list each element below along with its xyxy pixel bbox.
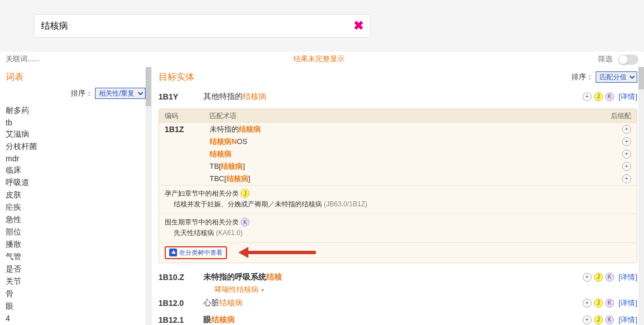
chevron-down-icon[interactable]: ▾ xyxy=(260,287,264,293)
result-row[interactable]: 1B12.0心脏结核病JK[详情] xyxy=(158,295,637,312)
panel-row[interactable]: TBC[结核病] xyxy=(159,173,637,185)
word-item[interactable]: 播散 xyxy=(6,238,146,251)
j-badge[interactable]: J xyxy=(594,273,603,282)
word-item[interactable]: 关节 xyxy=(6,276,146,288)
panel-term: 未特指的结核病 xyxy=(210,124,597,134)
filter-label: 筛选 xyxy=(598,55,613,63)
word-list-title: 词表 xyxy=(6,71,146,83)
word-item[interactable]: 眼 xyxy=(6,300,146,313)
word-item[interactable]: 分枝杆菌 xyxy=(6,141,146,153)
plus-icon[interactable] xyxy=(583,315,592,324)
col-code: 编码 xyxy=(165,111,210,121)
result-row[interactable]: 1B12.1眼结核病JK[详情] xyxy=(158,312,637,325)
entity-code: 1B1Y xyxy=(158,92,203,101)
panel-header: 编码匹配术语后组配 xyxy=(159,109,637,123)
entity-code: 1B10.Z xyxy=(158,273,203,282)
section-title: 孕产妇章节中的相关分类 J xyxy=(165,189,631,198)
search-input[interactable] xyxy=(41,21,353,31)
word-item[interactable]: 皮肤 xyxy=(6,189,146,201)
search-box[interactable]: ✖ xyxy=(34,14,371,38)
panel-post xyxy=(597,161,631,171)
sort-label-left: 排序： xyxy=(71,89,93,97)
filter-toggle[interactable] xyxy=(618,55,638,65)
word-item[interactable]: 疟疾 xyxy=(6,201,146,214)
plus-icon[interactable] xyxy=(622,125,631,134)
detail-link[interactable]: [详情] xyxy=(619,315,637,325)
k-badge[interactable]: K xyxy=(605,273,614,282)
term-text: 未特指的呼吸系统结核 xyxy=(203,272,583,282)
panel-term: 结核病 xyxy=(210,149,597,159)
detail-link[interactable]: [详情] xyxy=(619,92,637,102)
word-list: 耐多药tb艾滋病分枝杆菌mdr临床呼吸道皮肤疟疾急性部位播散气管是否关节骨眼4期… xyxy=(6,105,146,325)
panel-section: 围生期章节中的相关分类 K先天性结核病 (KA61.0) xyxy=(159,214,637,242)
k-badge[interactable]: K xyxy=(605,315,614,324)
search-bar-area: ✖ xyxy=(0,0,644,52)
word-item[interactable]: 部位 xyxy=(6,226,146,238)
j-badge[interactable]: J xyxy=(241,189,250,198)
term-text: 其他特指的结核病 xyxy=(203,92,583,102)
k-badge[interactable]: K xyxy=(241,218,250,227)
result-row[interactable]: 1B1Y其他特指的结核病JK[详情] xyxy=(158,88,637,105)
word-item[interactable]: 急性 xyxy=(6,214,146,226)
view-in-tree-button[interactable]: 在分类树中查看 xyxy=(165,246,227,259)
entity-panel: 目标实体 排序： 匹配分值 1B1Y其他特指的结核病JK[详情]编码匹配术语后组… xyxy=(152,67,644,325)
plus-icon[interactable] xyxy=(583,92,592,101)
scrollbar-right[interactable] xyxy=(638,67,644,325)
status-row: 关联词...... 结果未完整显示 筛选 xyxy=(0,52,644,67)
sort-select-right[interactable]: 匹配分值 xyxy=(596,71,637,83)
sub-term[interactable]: 哮喘性结核病 ▾ xyxy=(158,285,637,295)
detail-panel: 编码匹配术语后组配1B1Z未特指的结核病结核病NOS结核病TB[结核病]TBC[… xyxy=(158,109,637,263)
word-item[interactable]: 气管 xyxy=(6,251,146,263)
panel-row[interactable]: TB[结核病] xyxy=(159,160,637,173)
word-item[interactable]: 临床 xyxy=(6,164,146,177)
panel-post xyxy=(597,174,631,183)
word-item[interactable]: 艾滋病 xyxy=(6,128,146,141)
sort-select-left[interactable]: 相关性/重复 xyxy=(95,88,146,99)
panel-row[interactable]: 结核病 xyxy=(159,148,637,160)
section-desc[interactable]: 先天性结核病 (KA61.0) xyxy=(165,227,631,239)
incomplete-results-warning: 结果未完整显示 xyxy=(293,54,344,64)
filter-group: 筛选 xyxy=(598,54,638,65)
word-item[interactable]: 呼吸道 xyxy=(6,177,146,189)
col-term: 匹配术语 xyxy=(210,111,597,121)
word-item[interactable]: mdr xyxy=(6,153,146,164)
results-area: 1B1Y其他特指的结核病JK[详情]编码匹配术语后组配1B1Z未特指的结核病结核… xyxy=(158,88,637,325)
close-icon[interactable]: ✖ xyxy=(353,19,364,33)
j-badge[interactable]: J xyxy=(594,315,603,324)
j-badge[interactable]: J xyxy=(594,92,603,101)
plus-icon[interactable] xyxy=(622,150,631,159)
j-badge[interactable]: J xyxy=(594,299,603,308)
panel-post xyxy=(597,124,631,134)
action-group: JK[详情] xyxy=(583,315,637,325)
panel-section: 孕产妇章节中的相关分类 J结核并发于妊娠、分娩或产褥期／未特指的结核病 (JB6… xyxy=(159,185,637,214)
word-item[interactable]: 骨 xyxy=(6,288,146,300)
sort-label-right: 排序： xyxy=(572,73,593,81)
k-badge[interactable]: K xyxy=(605,92,614,101)
entity-title: 目标实体 xyxy=(158,71,194,83)
col-post: 后组配 xyxy=(597,111,631,121)
panel-row[interactable]: 1B1Z未特指的结核病 xyxy=(159,123,637,136)
detail-link[interactable]: [详情] xyxy=(619,272,637,282)
panel-row[interactable]: 结核病NOS xyxy=(159,136,637,148)
panel-post xyxy=(597,149,631,159)
word-item[interactable]: 4 xyxy=(6,313,146,324)
plus-icon[interactable] xyxy=(622,137,631,146)
term-text: 心脏结核病 xyxy=(203,298,583,308)
result-row[interactable]: 1B10.Z未特指的呼吸系统结核JK[详情] xyxy=(158,269,637,286)
plus-icon[interactable] xyxy=(583,273,592,282)
term-text: 眼结核病 xyxy=(203,315,583,325)
plus-icon[interactable] xyxy=(583,299,592,308)
word-item[interactable]: 耐多药 xyxy=(6,105,146,117)
word-list-panel: 词表 排序： 相关性/重复 耐多药tb艾滋病分枝杆菌mdr临床呼吸道皮肤疟疾急性… xyxy=(0,67,152,325)
panel-term: 结核病NOS xyxy=(210,137,597,147)
entity-code: 1B12.1 xyxy=(158,315,203,324)
detail-link[interactable]: [详情] xyxy=(619,298,637,308)
plus-icon[interactable] xyxy=(622,162,631,171)
scrollbar-left[interactable] xyxy=(146,67,151,325)
word-item[interactable]: 是否 xyxy=(6,263,146,276)
section-desc[interactable]: 结核并发于妊娠、分娩或产褥期／未特指的结核病 (JB63.0/1B1Z) xyxy=(165,198,631,210)
annotation-arrow xyxy=(238,247,316,258)
word-item[interactable]: tb xyxy=(6,117,146,128)
k-badge[interactable]: K xyxy=(605,299,614,308)
plus-icon[interactable] xyxy=(622,174,631,183)
